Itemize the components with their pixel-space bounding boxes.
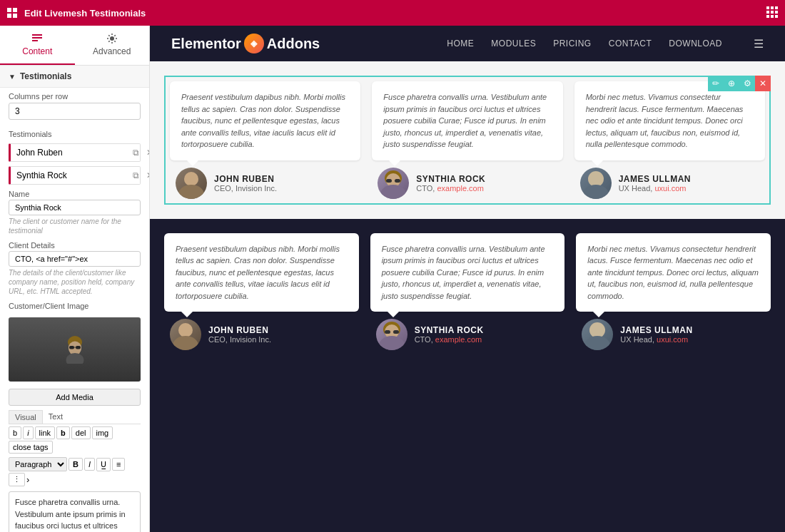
columns-label: Columns per row	[9, 92, 141, 101]
hamburger-icon[interactable]: ☰	[754, 37, 764, 51]
main-layout: Content Advanced ▼ Testimonials Columns …	[0, 26, 785, 532]
format-toolbar: b i link b del img close tags	[0, 424, 149, 456]
svg-point-20	[66, 353, 83, 364]
avatar-james-white	[580, 168, 612, 199]
format-b-bold[interactable]: b	[56, 426, 70, 439]
delete-icon-2[interactable]: ✕	[143, 168, 150, 183]
testimonials-grid-dark: Praesent vestibulum dapibus nibh. Morbi …	[164, 233, 771, 351]
format-b[interactable]: b	[9, 426, 21, 439]
format-italic-I[interactable]: I	[84, 458, 95, 471]
avatar-james-dark	[582, 319, 613, 350]
author-name-2-dark: SYNTHIA ROCK	[415, 325, 484, 335]
nav-download[interactable]: DOWNLOAD	[669, 39, 722, 48]
format-list-ol[interactable]: ⋮	[9, 473, 25, 486]
paragraph-select[interactable]: Paragraph Heading 1 Heading 2	[9, 457, 67, 471]
widget-selected[interactable]: ✏ ⊕ ⚙ ✕ Praesent vestibulum dapibus nibh…	[164, 76, 771, 205]
author-details-3-dark: UX Head, uxui.com	[620, 335, 692, 344]
author-3-white: JAMES ULLMAN UX Head, uxui.com	[574, 168, 765, 199]
client-details-input[interactable]	[9, 251, 141, 267]
format-i[interactable]: i	[23, 426, 33, 439]
name-hint: The client or customer name for the test…	[9, 217, 141, 235]
copy-icon-1[interactable]: ⧉	[129, 145, 143, 160]
widget-toolbar: ✏ ⊕ ⚙ ✕	[708, 76, 771, 91]
svg-point-36	[178, 323, 193, 337]
widget-settings-btn[interactable]: ⚙	[739, 76, 755, 91]
testimonial-input-1[interactable]	[11, 144, 129, 161]
nav-home[interactable]: HOME	[447, 39, 474, 48]
avatar-synthia-white	[378, 168, 409, 199]
svg-rect-12	[775, 15, 778, 18]
apps-icon[interactable]	[766, 6, 778, 20]
nav-pricing[interactable]: PRICING	[553, 39, 592, 48]
columns-field: Columns per row	[0, 88, 149, 124]
tab-advanced-label: Advanced	[93, 46, 131, 56]
section-header-testimonials[interactable]: ▼ Testimonials	[0, 66, 149, 88]
author-details-1-white: CEO, Invision Inc.	[214, 184, 277, 193]
client-details-field-row: Client Details The details of the client…	[0, 238, 149, 299]
logo-text-1: Elementor	[171, 36, 241, 52]
svg-point-37	[173, 336, 198, 350]
nav-contact[interactable]: CONTACT	[609, 39, 652, 48]
testimonial-card-3-white: Morbi nec metus. Vivamus consectetur hen…	[574, 81, 765, 199]
svg-point-44	[584, 336, 610, 350]
name-field-row: Name The client or customer name for the…	[0, 187, 149, 238]
name-input[interactable]	[9, 200, 141, 215]
editor-tab-text[interactable]: Text	[43, 410, 69, 424]
svg-rect-11	[771, 15, 774, 18]
sidebar-tabs: Content Advanced	[0, 26, 149, 66]
grid-icon[interactable]	[7, 8, 17, 18]
copy-icon-2[interactable]: ⧉	[129, 168, 143, 183]
author-1-dark: JOHN RUBEN CEO, Invision Inc.	[164, 319, 359, 350]
testimonial-item-2: ⧉ ✕	[9, 166, 141, 185]
author-name-1-dark: JOHN RUBEN	[208, 325, 271, 335]
format-img[interactable]: img	[92, 426, 113, 439]
delete-icon-1[interactable]: ✕	[143, 145, 150, 160]
svg-rect-2	[7, 14, 11, 18]
testimonial-card-2-white: Fusce pharetra convallis urna. Vestibulu…	[372, 81, 562, 199]
svg-rect-0	[7, 8, 11, 12]
format-list-ul[interactable]: ≡	[112, 458, 125, 471]
author-link-3-white[interactable]: uxui.com	[654, 184, 686, 193]
editor-content[interactable]: Fusce pharetra convallis urna. Vestibulu…	[9, 491, 141, 532]
author-1-white: JOHN RUBEN CEO, Invision Inc.	[170, 168, 360, 199]
testimonial-item-1: ⧉ ✕	[9, 143, 141, 162]
tab-advanced[interactable]: Advanced	[75, 26, 150, 65]
svg-rect-8	[771, 11, 774, 14]
client-image-container	[9, 317, 141, 382]
testimonial-card-1-dark: Praesent vestibulum dapibus nibh. Morbi …	[164, 233, 359, 351]
svg-rect-4	[766, 6, 769, 9]
nav-modules[interactable]: MODULES	[491, 39, 536, 48]
format-close-tags[interactable]: close tags	[9, 441, 53, 454]
widget-duplicate-btn[interactable]: ⊕	[724, 76, 739, 91]
svg-rect-5	[771, 6, 774, 9]
author-link-2-white[interactable]: example.com	[437, 184, 483, 193]
widget-edit-btn[interactable]: ✏	[708, 76, 724, 91]
editor-tabs: Visual Text	[9, 410, 141, 424]
add-media-button[interactable]: Add Media	[9, 389, 141, 406]
svg-rect-42	[393, 330, 399, 334]
speech-bubble-2-dark: Fusce pharetra convallis urna. Vestibulu…	[370, 233, 565, 312]
format-bold-B[interactable]: B	[69, 458, 83, 471]
editor-tab-visual[interactable]: Visual	[9, 410, 43, 424]
client-image-preview[interactable]	[9, 317, 141, 382]
tab-content[interactable]: Content	[0, 26, 75, 65]
format-link[interactable]: link	[35, 426, 56, 439]
testimonials-list-label: Testimonials	[0, 124, 149, 141]
svg-point-27	[184, 172, 198, 186]
top-bar-title: Edit Livemesh Testimonials	[24, 8, 766, 19]
author-info-3-white: JAMES ULLMAN UX Head, uxui.com	[619, 174, 691, 193]
top-bar: Edit Livemesh Testimonials	[0, 0, 785, 26]
widget-delete-btn[interactable]: ✕	[755, 76, 771, 91]
svg-rect-41	[385, 330, 390, 334]
testimonial-input-2[interactable]	[11, 167, 129, 184]
author-link-3-dark[interactable]: uxui.com	[657, 335, 688, 344]
columns-input[interactable]	[9, 103, 141, 120]
format-more[interactable]: ›	[26, 474, 29, 485]
author-info-3-dark: JAMES ULLMAN UX Head, uxui.com	[620, 325, 692, 344]
format-del[interactable]: del	[71, 426, 91, 439]
author-2-white: SYNTHIA ROCK CTO, example.com	[372, 168, 562, 199]
format-underline[interactable]: U̲	[96, 458, 111, 471]
author-link-2-dark[interactable]: example.com	[435, 335, 482, 344]
svg-point-16	[110, 36, 114, 41]
content-area: Elementor ◈ Addons HOME MODULES PRICING …	[150, 26, 785, 532]
